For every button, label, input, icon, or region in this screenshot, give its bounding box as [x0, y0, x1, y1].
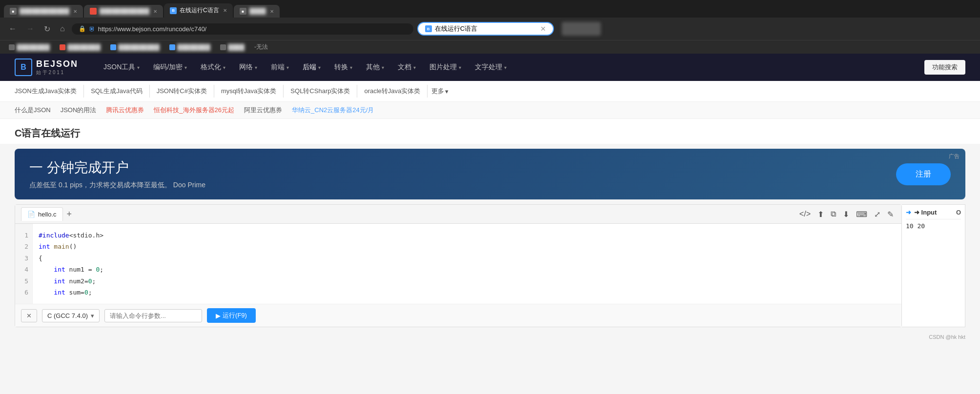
browser-tab-2[interactable]: ████████████ ✕	[84, 5, 163, 18]
sub-nav-mysql-java[interactable]: mysql转Java实体类	[214, 85, 284, 98]
chevron-down-icon-7: ▾	[350, 65, 352, 70]
footer-credit: CSDN @hk hkt	[0, 332, 980, 342]
feature-search-button[interactable]: 功能搜索	[924, 60, 965, 75]
chevron-down-icon-2: ▾	[184, 65, 187, 70]
nav-format[interactable]: 格式化 ▾	[195, 60, 231, 75]
cmd-args-input[interactable]	[104, 309, 202, 322]
info-bar: 什么是JSON JSON的用法 腾讯云优惠券 恒创科技_海外服务器26元起 阿里…	[0, 102, 980, 119]
output-tab[interactable]: O	[956, 209, 961, 216]
bookmark-favicon-5	[220, 44, 226, 50]
bookmark-1[interactable]: ████████	[6, 42, 53, 52]
code-line-1: #include<stdio.h>	[39, 230, 896, 241]
search-close-button[interactable]: ✕	[540, 25, 546, 33]
tab-close-4[interactable]: ✕	[270, 9, 274, 14]
info-link-json-what[interactable]: 什么是JSON	[15, 106, 51, 115]
info-link-tencent[interactable]: 腾讯云优惠券	[106, 106, 144, 115]
nav-backend[interactable]: 后端 ▾	[297, 60, 327, 75]
right-panel: ➜ ➜ Input O 10 20	[902, 204, 965, 327]
sub-nav-json-java[interactable]: JSON生成Java实体类	[15, 85, 84, 98]
tab-favicon-1: ■	[10, 8, 17, 15]
download-button[interactable]: ⬇	[841, 208, 851, 221]
tab-close-active[interactable]: ✕	[223, 8, 227, 13]
logo-area[interactable]: B BEJSON 始 于 2 0 1 1	[15, 59, 78, 76]
nav-network[interactable]: 网络 ▾	[233, 60, 263, 75]
url-bar[interactable]: 🔒 ⛨ https://www.bejson.com/runcode/c740/	[72, 23, 413, 35]
edit-button[interactable]: ✎	[885, 208, 896, 221]
browser-toolbar: ← → ↻ ⌂ 🔒 ⛨ https://www.bejson.com/runco…	[0, 18, 980, 40]
code-editor[interactable]: 1 2 3 4 5 6 #include<stdio.h> int main()…	[15, 224, 901, 304]
info-link-huanayun[interactable]: 华纳云_CN2云服务器24元/月	[292, 106, 374, 115]
chevron-down-icon-8: ▾	[382, 65, 384, 70]
sub-nav-sql-java[interactable]: SQL生成Java代码	[84, 85, 149, 98]
sub-nav-json-csharp[interactable]: JSON转C#实体类	[150, 85, 214, 98]
tab-label-4: ████	[249, 8, 266, 15]
expand-button[interactable]: ⤢	[872, 208, 882, 221]
bookmark-6[interactable]: -无法	[251, 42, 271, 52]
browser-tab-4[interactable]: ■ ████ ✕	[234, 5, 280, 18]
browser-tab-active[interactable]: B 在线运行C语言 ✕	[164, 3, 233, 18]
nav-encode[interactable]: 编码/加密 ▾	[147, 60, 193, 75]
language-selector[interactable]: C (GCC 7.4.0) ▾	[42, 309, 100, 322]
bookmark-2[interactable]: ████████	[57, 42, 103, 52]
nav-docs[interactable]: 文档 ▾	[392, 60, 422, 75]
ad-label: 广告	[949, 153, 960, 160]
ad-banner: 广告 一 分钟完成开户 点差低至 0.1 pips，力求将交易成本降至最低。 D…	[15, 149, 965, 199]
tab-label-active: 在线运行C语言	[180, 6, 219, 15]
sub-nav-sql-csharp[interactable]: SQL转CSharp实体类	[284, 85, 357, 98]
sub-nav-oracle-java[interactable]: oracle转Java实体类	[357, 85, 428, 98]
add-tab-button[interactable]: +	[65, 209, 74, 219]
input-panel-header[interactable]: ➜ ➜ Input O	[906, 209, 961, 219]
upload-button[interactable]: ⬆	[816, 208, 826, 221]
tab-close-1[interactable]: ✕	[73, 9, 77, 14]
input-value[interactable]: 10 20	[906, 219, 961, 230]
nav-text[interactable]: 文字处理 ▾	[469, 60, 512, 75]
back-button[interactable]: ←	[6, 22, 20, 35]
code-view-button[interactable]: </>	[797, 208, 813, 220]
info-link-json-usage[interactable]: JSON的用法	[61, 106, 97, 115]
play-icon: ▶	[216, 312, 221, 319]
info-link-hengchuang[interactable]: 恒创科技_海外服务器26元起	[154, 106, 234, 115]
clear-button[interactable]: ✕	[21, 309, 37, 322]
bookmark-3[interactable]: ██████████	[107, 42, 163, 52]
page-title-area: C语言在线运行	[0, 119, 980, 144]
nav-convert[interactable]: 转换 ▾	[328, 60, 358, 75]
input-arrow-icon: ➜	[906, 209, 911, 216]
nav-image[interactable]: 图片处理 ▾	[424, 60, 467, 75]
run-label: 运行(F9)	[223, 311, 247, 320]
reload-button[interactable]: ↻	[41, 22, 53, 36]
chevron-down-icon-5: ▾	[286, 65, 289, 70]
info-link-aliyun[interactable]: 阿里云优惠券	[244, 106, 282, 115]
bookmark-favicon-1	[9, 44, 15, 50]
ad-heading: 一 分钟完成开户	[29, 158, 205, 177]
run-button[interactable]: ▶ 运行(F9)	[207, 308, 256, 323]
language-label: C (GCC 7.4.0)	[47, 312, 88, 319]
search-input[interactable]	[435, 25, 537, 33]
bookmark-4[interactable]: ████████	[166, 42, 213, 52]
nav-json-tools[interactable]: JSON工具 ▾	[98, 60, 145, 75]
home-button[interactable]: ⌂	[57, 22, 68, 35]
nav-other[interactable]: 其他 ▾	[360, 60, 390, 75]
chevron-down-icon-3: ▾	[223, 65, 225, 70]
editor-header: 📄 hello.c + </> ⬆ ⧉ ⬇ ⌨ ⤢ ✎	[15, 205, 901, 224]
ad-register-button[interactable]: 注册	[896, 163, 951, 185]
tab-close-2[interactable]: ✕	[153, 9, 157, 14]
bookmark-favicon-2	[60, 44, 65, 50]
copy-button[interactable]: ⧉	[829, 208, 838, 220]
bookmark-5[interactable]: ████	[217, 42, 247, 52]
logo-text: BEJSON 始 于 2 0 1 1	[36, 59, 78, 76]
search-favicon: B	[425, 25, 432, 32]
keyboard-button[interactable]: ⌨	[854, 208, 869, 221]
input-label: ➜ Input	[914, 209, 937, 216]
tab-favicon-2	[90, 8, 97, 15]
forward-button[interactable]: →	[23, 22, 37, 35]
search-bar[interactable]: B ✕	[417, 22, 554, 36]
browser-tab-1[interactable]: ■ ████████████ ✕	[4, 5, 83, 18]
run-bar: ✕ C (GCC 7.4.0) ▾ ▶ 运行(F9)	[15, 304, 901, 327]
nav-frontend[interactable]: 前端 ▾	[265, 60, 295, 75]
code-content[interactable]: #include<stdio.h> int main() { int num1 …	[33, 224, 901, 304]
editor-tab-hello[interactable]: 📄 hello.c	[21, 207, 63, 221]
tab-label-1: ████████████	[20, 8, 69, 15]
chevron-down-icon-6: ▾	[318, 65, 321, 70]
sub-nav-more[interactable]: 更多 ▾	[428, 85, 452, 98]
file-icon: 📄	[27, 211, 35, 218]
